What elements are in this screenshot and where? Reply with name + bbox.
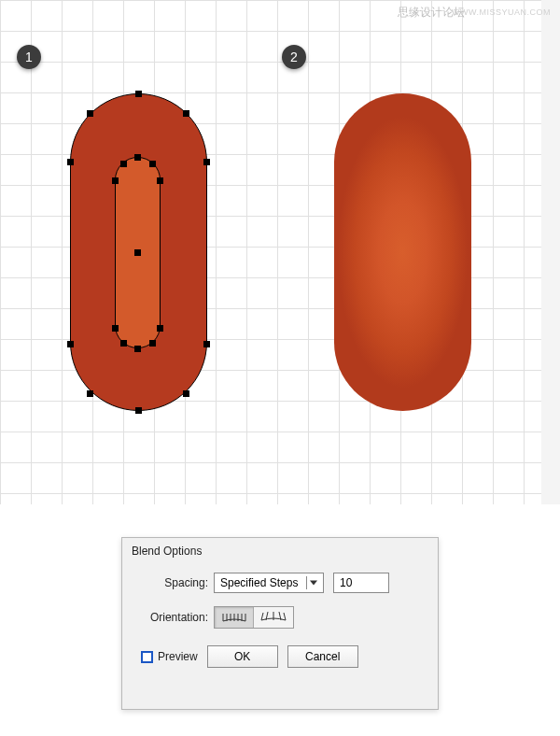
anchor-point[interactable] xyxy=(135,91,142,97)
steps-input-value: 10 xyxy=(340,576,352,589)
anchor-point[interactable] xyxy=(135,407,142,414)
anchor-point[interactable] xyxy=(120,161,127,167)
anchor-point[interactable] xyxy=(120,340,127,347)
anchor-point[interactable] xyxy=(134,249,141,256)
anchor-point[interactable] xyxy=(183,390,189,397)
spacing-row: Spacing: Specified Steps 10 xyxy=(139,573,421,593)
chevron-down-icon xyxy=(306,576,319,589)
dialog-body: Spacing: Specified Steps 10 Orientation: xyxy=(122,563,438,668)
anchor-point[interactable] xyxy=(87,110,93,117)
ok-button[interactable]: OK xyxy=(207,645,278,668)
orientation-label: Orientation: xyxy=(139,611,214,624)
dialog-title: Blend Options xyxy=(122,538,438,563)
orientation-toggle-group xyxy=(214,606,294,629)
orientation-align-page-button[interactable] xyxy=(215,607,254,628)
anchor-point[interactable] xyxy=(112,177,119,184)
anchor-point[interactable] xyxy=(183,110,189,117)
watermark-url: WWW.MISSYUAN.COM xyxy=(452,7,551,17)
preview-checkbox[interactable] xyxy=(141,651,153,663)
orientation-row: Orientation: xyxy=(139,606,421,629)
dialog-bottom-row: Preview OK Cancel xyxy=(139,645,421,668)
anchor-point[interactable] xyxy=(134,346,141,352)
orientation-align-path-button[interactable] xyxy=(254,607,293,628)
anchor-point[interactable] xyxy=(203,341,210,347)
anchor-point[interactable] xyxy=(134,154,141,161)
anchor-point[interactable] xyxy=(112,325,119,332)
anchor-point[interactable] xyxy=(87,390,93,397)
cancel-button[interactable]: Cancel xyxy=(287,645,358,668)
shape2-blended-capsule[interactable] xyxy=(334,93,471,411)
orientation-path-icon xyxy=(260,612,287,623)
blend-options-dialog: Blend Options Spacing: Specified Steps 1… xyxy=(121,537,439,710)
anchor-point[interactable] xyxy=(67,159,74,165)
orientation-page-icon xyxy=(221,612,247,623)
step-badge-1: 1 xyxy=(17,45,41,69)
spacing-label: Spacing: xyxy=(139,576,214,589)
step-badge-2: 2 xyxy=(282,45,306,69)
canvas-area: 思缘设计论坛 WWW.MISSYUAN.COM 1 2 xyxy=(0,0,560,504)
anchor-point[interactable] xyxy=(149,161,156,167)
preview-label: Preview xyxy=(158,650,198,663)
anchor-point[interactable] xyxy=(67,341,74,347)
anchor-point[interactable] xyxy=(149,340,156,347)
svg-line-7 xyxy=(261,613,263,620)
anchor-point[interactable] xyxy=(203,159,210,165)
spacing-dropdown-value: Specified Steps xyxy=(220,576,298,589)
spacing-dropdown[interactable]: Specified Steps xyxy=(214,573,324,593)
anchor-point[interactable] xyxy=(157,325,163,332)
svg-line-11 xyxy=(284,613,286,620)
steps-input[interactable]: 10 xyxy=(333,573,389,593)
anchor-point[interactable] xyxy=(157,177,163,184)
